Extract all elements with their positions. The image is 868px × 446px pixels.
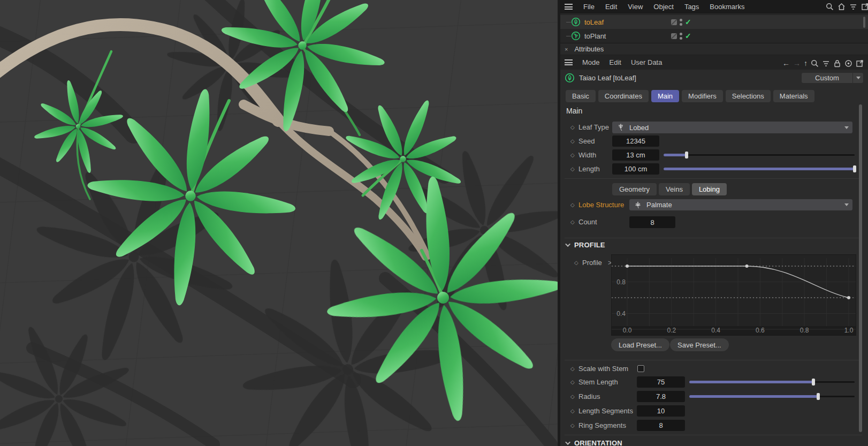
ring-segments-label: Ring Segments [578,421,626,429]
tab-selections[interactable]: Selections [726,90,771,102]
lobe-structure-dropdown[interactable]: Palmate [629,199,852,210]
target-icon[interactable] [844,59,852,67]
count-field[interactable]: 8 [629,216,675,228]
stem-length-slider[interactable] [689,379,855,385]
lobe-structure-value: Palmate [646,201,672,209]
slider-knob[interactable] [685,152,688,158]
profile-curve-canvas[interactable] [612,255,856,335]
profile-section-header[interactable]: PROFILE [567,241,605,249]
menu-user-data[interactable]: User Data [631,58,663,66]
popout-icon[interactable] [861,3,868,11]
slider-knob[interactable] [812,379,815,385]
menu-edit[interactable]: Edit [610,58,621,66]
attributes-scrollbar[interactable] [859,104,862,432]
search-icon[interactable] [826,3,834,11]
param-diamond-icon[interactable]: ◇ [570,366,575,372]
scale-with-stem-checkbox[interactable] [637,365,644,372]
object-manager-menubar: File Edit View Object Tags Bookmarks [560,0,868,13]
menu-edit[interactable]: Edit [605,3,617,11]
seed-label: Seed [578,137,595,145]
param-diamond-icon[interactable]: ◇ [570,124,575,130]
menu-object[interactable]: Object [653,3,674,11]
subtab-lobing[interactable]: Lobing [692,183,727,195]
object-toggles: ✓ [671,32,691,40]
param-diamond-icon[interactable]: ◇ [570,202,575,208]
y-axis-tick-label: 0.4 [613,310,626,318]
param-diamond-icon[interactable]: ◇ [570,152,575,158]
scale-with-stem-label: Scale with Stem [578,365,628,373]
viewport-3d[interactable] [0,0,560,446]
object-name[interactable]: toPlant [584,32,606,40]
home-icon[interactable] [837,3,846,11]
enabled-check-icon[interactable]: ✓ [685,32,691,40]
search-icon[interactable] [811,59,819,67]
param-diamond-icon[interactable]: ◇ [570,394,575,399]
menu-bookmarks[interactable]: Bookmarks [710,3,744,11]
forward-arrow-icon[interactable]: → [793,59,801,67]
tab-main[interactable]: Main [651,90,679,102]
object-manager-toolbar [826,3,868,11]
width-field[interactable]: 13 cm [612,149,659,161]
param-diamond-icon[interactable]: ◇ [570,219,575,225]
subtab-veins[interactable]: Veins [659,183,690,195]
subtab-geometry[interactable]: Geometry [612,183,657,195]
visibility-dots-icon[interactable] [680,19,682,26]
preset-dropdown[interactable]: Custom [802,73,863,83]
filter-icon[interactable] [822,59,830,67]
length-slider[interactable] [664,165,855,172]
radius-field[interactable]: 7.8 [637,391,685,402]
chevron-down-icon[interactable] [852,73,863,83]
load-preset-button[interactable]: Load Preset... [611,338,669,351]
enabled-check-icon[interactable]: ✓ [685,18,691,26]
layer-icon[interactable] [671,33,677,39]
tab-basic[interactable]: Basic [566,90,596,102]
right-panel: File Edit View Object Tags Bookmarks toL… [558,0,865,446]
orientation-section-title: ORIENTATION [574,439,622,446]
tab-modifiers[interactable]: Modifiers [682,90,723,102]
tab-coordinates[interactable]: Coordinates [598,90,649,102]
seed-field[interactable]: 12345 [612,135,659,147]
object-row-toleaf[interactable]: toLeaf ✓ [560,15,868,29]
param-diamond-icon[interactable]: ◇ [574,260,578,266]
separator [565,238,862,238]
length-field[interactable]: 100 cm [612,163,659,175]
menu-tags[interactable]: Tags [684,3,699,11]
menu-file[interactable]: File [583,3,595,11]
length-segments-field[interactable]: 10 [637,405,685,417]
slider-knob[interactable] [853,165,856,172]
filter-icon[interactable] [849,3,857,11]
object-name[interactable]: toLeaf [584,18,604,26]
radius-slider[interactable] [689,393,855,400]
object-manager-scrollbar[interactable] [863,17,865,28]
hamburger-menu-icon[interactable] [565,59,573,65]
close-icon[interactable]: × [565,46,568,52]
back-arrow-icon[interactable]: ← [782,59,790,67]
chevron-down-icon [565,440,570,445]
param-diamond-icon[interactable]: ◇ [570,138,575,144]
separator [565,178,862,179]
stem-length-field[interactable]: 75 [637,376,685,388]
save-preset-button[interactable]: Save Preset... [670,338,729,351]
chevron-down-icon [565,241,570,247]
width-slider[interactable] [664,152,855,158]
slider-knob[interactable] [817,393,820,400]
profile-curve-editor[interactable]: 0.00.20.40.60.81.00.80.4 [611,254,856,336]
param-diamond-icon[interactable]: ◇ [570,166,575,172]
lock-icon[interactable] [833,59,841,67]
menu-mode[interactable]: Mode [582,58,600,66]
up-arrow-icon[interactable]: ↑ [804,59,808,67]
param-diamond-icon[interactable]: ◇ [570,422,575,428]
hamburger-menu-icon[interactable] [565,4,573,10]
ring-segments-field[interactable]: 8 [637,420,685,431]
param-diamond-icon[interactable]: ◇ [570,408,575,414]
tab-materials[interactable]: Materials [773,90,814,102]
radius-label: Radius [578,392,600,400]
menu-view[interactable]: View [628,3,643,11]
param-diamond-icon[interactable]: ◇ [570,379,575,385]
object-row-toplant[interactable]: toPlant ✓ [560,29,868,43]
popout-icon[interactable] [856,59,864,67]
orientation-section-header[interactable]: ORIENTATION [567,439,622,446]
visibility-dots-icon[interactable] [680,33,682,40]
layer-icon[interactable] [671,19,677,25]
leaf-type-dropdown[interactable]: Lobed [612,122,852,133]
